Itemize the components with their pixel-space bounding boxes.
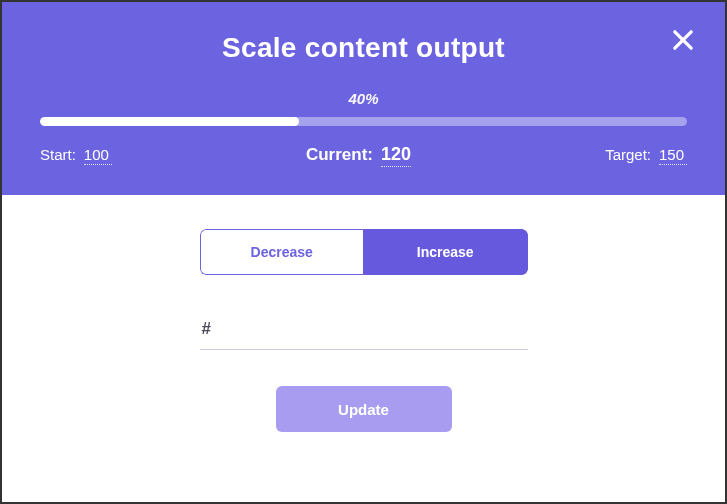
stat-current: Current: 120 [306, 144, 411, 167]
progress-bar-fill [40, 117, 299, 126]
stat-target-value[interactable]: 150 [659, 146, 687, 165]
update-button[interactable]: Update [276, 386, 452, 432]
stat-current-value[interactable]: 120 [381, 144, 411, 167]
segment-control: Decrease Increase [200, 229, 528, 275]
stat-start-label: Start: [40, 146, 76, 163]
amount-input-wrap: # [200, 313, 528, 350]
segment-decrease[interactable]: Decrease [200, 229, 364, 275]
dialog-body: Decrease Increase # Update [2, 195, 725, 502]
segment-increase[interactable]: Increase [363, 229, 528, 275]
progress-percent-label: 40% [40, 90, 687, 107]
stat-start: Start: 100 [40, 146, 112, 165]
stat-target-label: Target: [605, 146, 651, 163]
dialog-header: Scale content output 40% Start: 100 Curr… [2, 2, 725, 195]
stat-start-value[interactable]: 100 [84, 146, 112, 165]
progress-bar [40, 117, 687, 126]
amount-input[interactable] [200, 313, 528, 350]
close-icon[interactable] [669, 26, 697, 54]
dialog-title: Scale content output [40, 32, 687, 64]
scale-content-dialog: Scale content output 40% Start: 100 Curr… [0, 0, 727, 504]
stats-row: Start: 100 Current: 120 Target: 150 [40, 144, 687, 167]
stat-target: Target: 150 [605, 146, 687, 165]
stat-current-label: Current: [306, 145, 373, 165]
